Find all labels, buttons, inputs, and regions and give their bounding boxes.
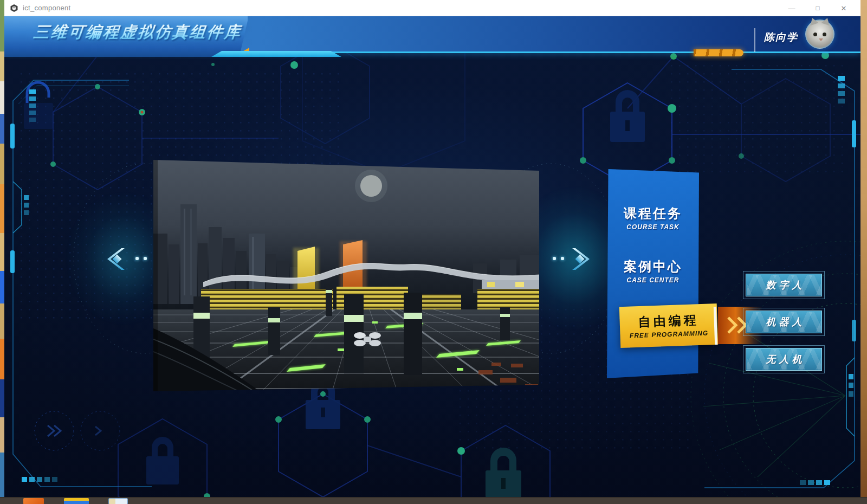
header-cyan-trapezoid bbox=[211, 51, 341, 57]
menu-item-en: COURSE TASK bbox=[607, 223, 699, 231]
dot bbox=[144, 257, 147, 260]
robot-button[interactable]: 机器人 bbox=[746, 311, 822, 333]
menu-item-zh: 课程任务 bbox=[607, 205, 699, 222]
menu-item-zh: 案例中心 bbox=[607, 258, 699, 275]
dot bbox=[561, 257, 564, 260]
taskbar-icon-orange[interactable] bbox=[23, 498, 44, 504]
app-window: ict_component — □ ✕ bbox=[4, 0, 860, 497]
minimize-button[interactable]: — bbox=[782, 0, 801, 16]
cat-nose bbox=[819, 38, 823, 41]
taskbar-icon-document[interactable] bbox=[108, 498, 128, 504]
user-avatar-cat[interactable] bbox=[805, 20, 834, 49]
carousel-next-button chevron-right-icon[interactable] bbox=[566, 246, 592, 272]
header-orange-chevron-strip bbox=[694, 49, 743, 56]
taskbar-icon-blue[interactable] bbox=[64, 498, 89, 504]
menu-item-case-center[interactable]: 案例中心 CASE CENTER bbox=[607, 258, 699, 284]
menu-item-free-programming-active[interactable]: 自由编程 FREE PROGRAMMING bbox=[619, 303, 719, 348]
window-titlebar: ict_component — □ ✕ bbox=[4, 0, 860, 16]
menu-item-en: CASE CENTER bbox=[607, 276, 699, 284]
app-title: 三维可编程虚拟仿真组件库 bbox=[33, 22, 243, 43]
carousel-dots-right bbox=[553, 257, 564, 260]
cat-eye-left bbox=[813, 33, 817, 36]
menu-item-course-task[interactable]: 课程任务 COURSE TASK bbox=[607, 205, 699, 231]
button-label: 数字人 bbox=[766, 279, 805, 292]
button-label: 无人机 bbox=[766, 353, 805, 366]
digital-human-button[interactable]: 数字人 bbox=[746, 274, 822, 296]
app-content: 三维可编程虚拟仿真组件库 陈向学 bbox=[4, 16, 860, 497]
button-label: 机器人 bbox=[766, 315, 805, 328]
carousel-dots-left bbox=[135, 257, 147, 260]
drone-button[interactable]: 无人机 bbox=[746, 348, 822, 371]
taskbar bbox=[0, 497, 867, 504]
scene-preview-slide[interactable] bbox=[153, 152, 539, 391]
carousel-prev-button chevron-left-icon[interactable] bbox=[105, 246, 131, 272]
scene-edge-shade bbox=[153, 152, 158, 391]
dot bbox=[135, 257, 139, 260]
window-title: ict_component bbox=[23, 4, 70, 12]
maximize-button[interactable]: □ bbox=[808, 0, 827, 16]
menu-item-zh: 自由编程 bbox=[619, 311, 717, 331]
cat-eye-right bbox=[823, 33, 826, 36]
dot bbox=[553, 257, 556, 260]
close-button[interactable]: ✕ bbox=[834, 0, 853, 16]
moon bbox=[360, 175, 382, 197]
username-label: 陈向学 bbox=[764, 30, 798, 44]
app-cube-icon bbox=[10, 4, 18, 12]
desktop-edge-left bbox=[0, 0, 4, 497]
desktop-edge-right bbox=[860, 0, 867, 497]
header-divider bbox=[754, 28, 755, 52]
